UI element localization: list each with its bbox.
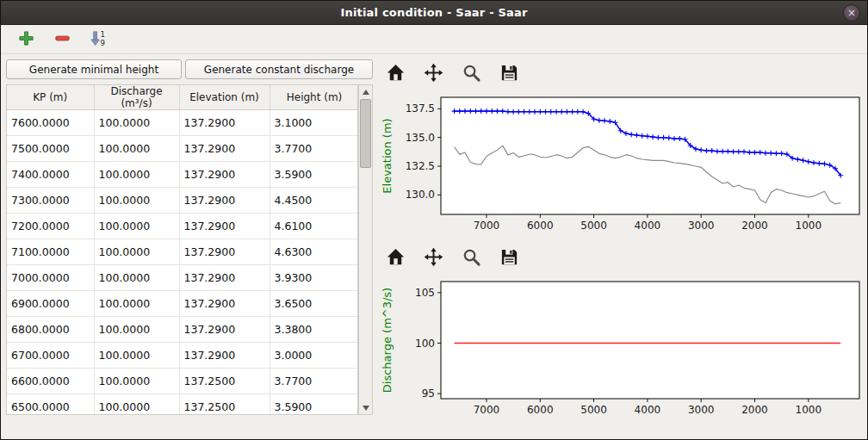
table-cell[interactable]: 7600.0000: [7, 110, 94, 136]
column-header[interactable]: Discharge (m³/s): [94, 85, 179, 110]
x-tick-label: 7000: [474, 220, 500, 232]
table-cell[interactable]: 137.2500: [179, 369, 270, 394]
table-cell[interactable]: 100.0000: [94, 343, 179, 369]
table-cell[interactable]: 4.6100: [270, 214, 358, 239]
add-row-button[interactable]: [15, 28, 37, 51]
main-toolbar: 1 9: [1, 26, 867, 54]
delete-row-button[interactable]: [51, 28, 73, 51]
x-tick-label: 2000: [741, 404, 768, 416]
table-cell[interactable]: 3.5900: [270, 162, 358, 188]
zoom-button[interactable]: [458, 62, 484, 86]
magnifier-icon: [462, 247, 481, 270]
table-cell[interactable]: 137.2900: [179, 110, 270, 136]
pan-button[interactable]: [420, 246, 446, 270]
close-button[interactable]: ×: [843, 4, 860, 22]
table-cell[interactable]: 100.0000: [94, 265, 179, 291]
x-tick-label: 2000: [741, 220, 768, 232]
minus-icon: [54, 30, 71, 50]
table-cell[interactable]: 7100.0000: [7, 239, 94, 265]
table-cell[interactable]: 3.3800: [270, 317, 358, 343]
column-header[interactable]: Elevation (m): [179, 85, 270, 110]
x-tick-label: 3000: [688, 220, 715, 232]
y-tick-label: 100: [415, 338, 435, 350]
table-cell[interactable]: 6700.0000: [7, 343, 94, 369]
table-cell[interactable]: 100.0000: [94, 369, 179, 394]
table-scrollbar[interactable]: [358, 84, 373, 415]
table-cell[interactable]: 100.0000: [94, 110, 179, 136]
table-cell[interactable]: 137.2900: [179, 291, 270, 317]
y-tick-label: 95: [422, 387, 435, 400]
table-cell[interactable]: 100.0000: [94, 162, 179, 188]
table-cell[interactable]: 6600.0000: [7, 369, 94, 394]
sort-button[interactable]: 1 9: [87, 28, 109, 51]
x-tick-label: 1000: [796, 220, 822, 232]
initial-condition-window: Initial condition - Saar - Saar ×: [0, 0, 868, 440]
zoom-button[interactable]: [458, 246, 484, 270]
table-cell[interactable]: 7000.0000: [7, 265, 94, 291]
triangle-up-icon: [363, 90, 369, 95]
table-cell[interactable]: 100.0000: [94, 317, 179, 343]
generate-constant-discharge-button[interactable]: Generate constant discharge: [185, 59, 373, 79]
column-header[interactable]: Height (m): [270, 85, 358, 110]
table-cell[interactable]: 3.0000: [270, 343, 358, 369]
table-cell[interactable]: 6800.0000: [7, 317, 94, 343]
table-cell[interactable]: 100.0000: [94, 394, 179, 416]
elevation-chart-canvas[interactable]: 7000600050004000300020001000130.0132.513…: [377, 89, 865, 240]
column-header[interactable]: KP (m): [7, 85, 94, 110]
table-cell[interactable]: 137.2500: [179, 394, 270, 416]
table-cell[interactable]: 7300.0000: [7, 188, 94, 214]
table-cell[interactable]: 100.0000: [94, 188, 179, 214]
table-cell[interactable]: 100.0000: [94, 239, 179, 265]
home-button[interactable]: [382, 62, 408, 86]
y-tick-label: 137.5: [406, 102, 435, 115]
elevation-plot-toolbar: [377, 61, 865, 87]
svg-text:9: 9: [100, 39, 104, 47]
table-cell[interactable]: 4.4500: [270, 188, 358, 214]
table-cell[interactable]: 137.2900: [179, 136, 270, 162]
table-cell[interactable]: 137.2900: [179, 188, 270, 214]
home-button[interactable]: [382, 246, 408, 270]
table-cell[interactable]: 7400.0000: [7, 162, 94, 188]
x-tick-label: 4000: [635, 220, 661, 232]
table-cell[interactable]: 3.6500: [270, 291, 358, 317]
y-axis-label: Elevation (m): [381, 118, 394, 193]
plot-background: [441, 97, 859, 214]
table-row: 7600.0000100.0000137.29003.1000: [7, 110, 358, 136]
y-axis-label: Discharge (m^3/s): [381, 288, 394, 393]
scrollbar-thumb[interactable]: [360, 99, 371, 168]
table-cell[interactable]: 3.7700: [270, 136, 358, 162]
table-cell[interactable]: 3.5900: [270, 394, 358, 416]
save-button[interactable]: [496, 246, 522, 270]
table-cell[interactable]: 4.6300: [270, 239, 358, 265]
table-cell[interactable]: 100.0000: [94, 136, 179, 162]
table-cell[interactable]: 6500.0000: [7, 394, 94, 416]
generate-buttons-row: Generate minimal height Generate constan…: [6, 59, 373, 79]
table-cell[interactable]: 7200.0000: [7, 214, 94, 239]
save-button[interactable]: [496, 62, 522, 86]
table-cell[interactable]: 137.2900: [179, 317, 270, 343]
generate-minimal-height-button[interactable]: Generate minimal height: [6, 59, 182, 79]
table-cell[interactable]: 6900.0000: [7, 291, 94, 317]
plot-background: [441, 282, 859, 399]
table-cell[interactable]: 137.2900: [179, 265, 270, 291]
discharge-chart-canvas[interactable]: 700060005000400030002000100095100105Disc…: [377, 273, 865, 425]
magnifier-icon: [462, 63, 481, 86]
table-cell[interactable]: 137.2900: [179, 214, 270, 239]
table-cell[interactable]: 3.7700: [270, 369, 358, 394]
table-cell[interactable]: 137.2900: [179, 239, 270, 265]
svg-text:1: 1: [100, 29, 104, 38]
table-cell[interactable]: 3.9300: [270, 265, 358, 291]
table-cell[interactable]: 137.2900: [179, 162, 270, 188]
table-row: 6500.0000100.0000137.25003.5900: [7, 394, 358, 416]
table-cell[interactable]: 3.1000: [270, 110, 358, 136]
scroll-up-button[interactable]: [359, 85, 372, 98]
y-tick-label: 135.0: [406, 132, 435, 144]
table-cell[interactable]: 100.0000: [94, 214, 179, 239]
table-cell[interactable]: 7500.0000: [7, 136, 94, 162]
x-tick-label: 1000: [796, 404, 822, 416]
scroll-down-button[interactable]: [359, 401, 372, 414]
table-row: 6600.0000100.0000137.25003.7700: [7, 369, 358, 394]
table-cell[interactable]: 100.0000: [94, 291, 179, 317]
table-cell[interactable]: 137.2900: [179, 343, 270, 369]
pan-button[interactable]: [420, 62, 446, 86]
